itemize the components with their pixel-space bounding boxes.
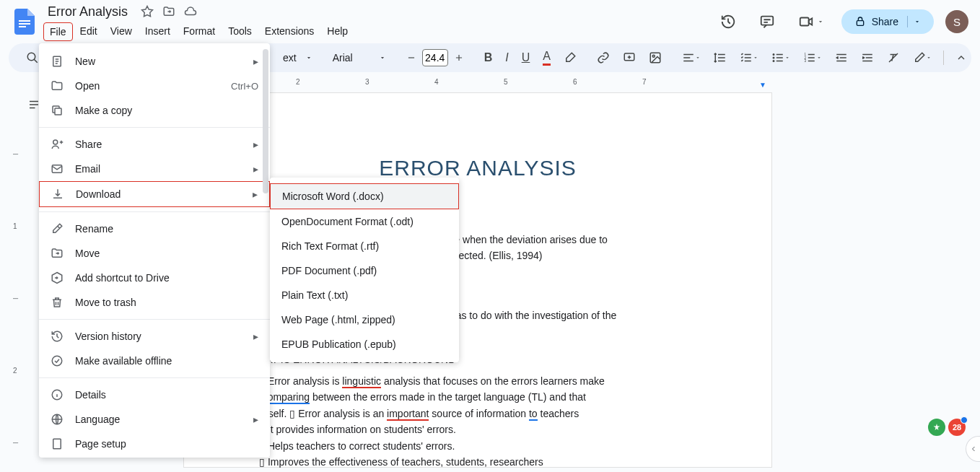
font-size-input[interactable] [422, 49, 448, 66]
body-text: es place when the deviation arises due t… [422, 232, 706, 248]
download-option-2[interactable]: Rich Text Format (.rtf) [270, 234, 459, 258]
submenu-arrow-icon: ▸ [253, 188, 258, 200]
svg-rect-4 [800, 18, 808, 26]
submenu-arrow-icon: ▸ [253, 56, 258, 67]
folder-icon [51, 79, 65, 92]
meet-button[interactable] [792, 8, 830, 35]
menu-tools[interactable]: Tools [222, 22, 258, 41]
menu-extensions[interactable]: Extensions [259, 22, 320, 41]
svg-point-11 [773, 57, 774, 58]
file-menu-open[interactable]: Open Ctrl+O [39, 74, 270, 98]
shortcut-icon [51, 271, 65, 284]
document-title[interactable]: Error Analysis [43, 3, 132, 21]
menu-bar: File Edit View Insert Format Tools Exten… [43, 22, 714, 41]
file-menu-move-to-trash[interactable]: Move to trash [39, 290, 270, 315]
file-menu-language[interactable]: Language ▸ [39, 407, 270, 432]
file-menu-move[interactable]: Move [39, 241, 270, 266]
bullet-list-button[interactable] [766, 47, 796, 69]
font-family-select[interactable]: Arial [327, 49, 392, 66]
person-add-icon [51, 138, 65, 151]
cloud-status-icon[interactable] [184, 5, 197, 18]
svg-point-20 [52, 356, 62, 366]
download-option-3[interactable]: PDF Document (.pdf) [270, 258, 459, 283]
svg-rect-1 [19, 23, 30, 25]
numbered-list-button[interactable]: 123 [797, 47, 828, 69]
docs-logo[interactable] [12, 9, 38, 35]
file-menu-rename[interactable]: Rename [39, 217, 270, 241]
editing-mode-button[interactable] [907, 47, 937, 69]
file-menu-email[interactable]: Email ▸ [39, 157, 270, 181]
history-icon[interactable] [714, 8, 742, 35]
svg-point-12 [773, 61, 774, 62]
bold-button[interactable]: B [478, 47, 499, 69]
vertical-ruler[interactable]: ─ 1 ─ 2 ─ [13, 92, 23, 468]
globe-icon [51, 413, 65, 426]
menu-scrollbar[interactable] [263, 49, 268, 193]
menu-insert[interactable]: Insert [139, 22, 176, 41]
submenu-arrow-icon: ▸ [253, 414, 258, 425]
share-label: Share [872, 16, 898, 27]
horizontal-ruler[interactable]: 1 2 3 4 5 6 7 ▼ [183, 78, 775, 88]
increase-font-size[interactable] [448, 48, 470, 67]
trash-icon [51, 296, 65, 309]
menu-view[interactable]: View [105, 22, 138, 41]
download-option-4[interactable]: Plain Text (.txt) [270, 283, 459, 307]
download-option-0[interactable]: Microsoft Word (.docx) [270, 183, 459, 209]
move-folder-icon[interactable] [162, 5, 175, 18]
collapse-toolbar-button[interactable] [950, 48, 973, 68]
share-button[interactable]: Share [841, 9, 934, 34]
tab-stop-indicator[interactable]: ▼ [759, 81, 766, 89]
checklist-button[interactable] [734, 47, 764, 69]
clear-formatting-button[interactable] [881, 47, 906, 69]
notification-badge[interactable]: 28 [948, 419, 966, 436]
submenu-arrow-icon: ▸ [253, 163, 258, 175]
account-avatar[interactable]: S [945, 10, 968, 33]
svg-rect-2 [19, 26, 26, 27]
file-menu-page-setup[interactable]: Page setup [39, 432, 270, 456]
italic-button[interactable]: I [499, 47, 514, 69]
highlight-button[interactable] [558, 47, 582, 69]
svg-point-9 [652, 55, 655, 57]
add-comment-button[interactable] [617, 47, 642, 69]
svg-text:3: 3 [804, 59, 806, 63]
submenu-arrow-icon: ▸ [253, 139, 258, 150]
svg-rect-0 [19, 20, 30, 22]
download-option-5[interactable]: Web Page (.html, zipped) [270, 307, 459, 332]
text-color-button[interactable]: A [537, 45, 556, 70]
star-icon[interactable] [141, 5, 154, 18]
move-icon [51, 247, 65, 260]
file-menu-details[interactable]: Details [39, 383, 270, 407]
menu-format[interactable]: Format [178, 22, 221, 41]
paragraph-style-select[interactable]: ext [277, 49, 318, 66]
download-option-6[interactable]: EPUB Publication (.epub) [270, 332, 459, 357]
offline-icon [51, 354, 65, 367]
align-button[interactable] [676, 47, 706, 69]
svg-rect-5 [857, 21, 863, 26]
underline-button[interactable]: U [516, 47, 536, 69]
file-menu-version-history[interactable]: Version history ▸ [39, 324, 270, 349]
menu-help[interactable]: Help [321, 22, 354, 41]
file-menu-make-available-offline[interactable]: Make available offline [39, 349, 270, 373]
decrease-indent-button[interactable] [829, 47, 854, 69]
line-spacing-button[interactable] [708, 47, 732, 69]
file-menu-print[interactable]: Print Ctrl+P [39, 456, 270, 458]
menu-file[interactable]: File [43, 22, 73, 41]
file-menu-new[interactable]: New ▸ [39, 49, 270, 74]
info-icon [51, 388, 65, 401]
menu-edit[interactable]: Edit [74, 22, 103, 41]
file-menu-download[interactable]: Download ▸ [39, 181, 270, 207]
increase-indent-button[interactable] [855, 47, 880, 69]
download-option-1[interactable]: OpenDocument Format (.odt) [270, 209, 459, 234]
insert-image-button[interactable] [643, 47, 668, 69]
file-menu-add-shortcut-to-drive[interactable]: Add shortcut to Drive [39, 266, 270, 290]
decrease-font-size[interactable] [401, 48, 422, 67]
svg-point-10 [773, 54, 774, 56]
explore-badge[interactable] [928, 419, 945, 436]
comments-icon[interactable] [753, 8, 781, 35]
file-menu-make-a-copy[interactable]: Make a copy [39, 98, 270, 123]
file-menu-share[interactable]: Share ▸ [39, 132, 270, 157]
svg-point-18 [53, 140, 58, 144]
insert-link-button[interactable] [591, 47, 616, 69]
doc-icon [51, 55, 65, 68]
download-submenu: Microsoft Word (.docx)OpenDocument Forma… [270, 178, 459, 362]
